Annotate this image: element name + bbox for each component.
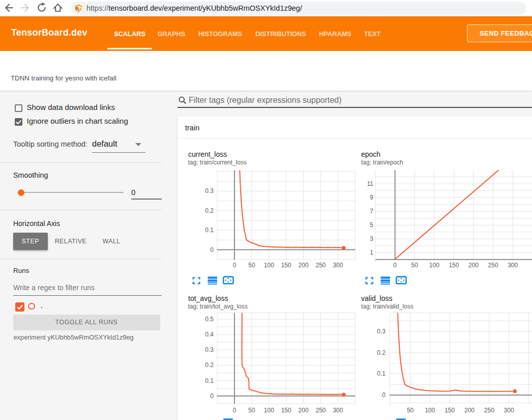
svg-text:100: 100 [264,262,274,269]
svg-text:50: 50 [248,262,255,269]
svg-text:5: 5 [370,221,373,229]
svg-text:250: 250 [484,407,494,414]
svg-text:0.1: 0.1 [205,227,214,234]
svg-text:50: 50 [248,407,255,414]
svg-text:300: 300 [333,262,343,269]
svg-text:150: 150 [449,262,459,269]
svg-text:0.2: 0.2 [205,207,214,214]
svg-text:200: 200 [299,407,309,414]
svg-text:50: 50 [407,407,414,414]
svg-text:300: 300 [333,407,343,414]
svg-text:0.3: 0.3 [205,187,214,194]
svg-text:0: 0 [210,246,214,254]
svg-text:3: 3 [370,235,373,242]
svg-text:0.2: 0.2 [205,361,214,369]
svg-text:100: 100 [425,407,435,414]
svg-text:0: 0 [210,393,214,400]
svg-text:100: 100 [429,262,439,269]
svg-text:7: 7 [370,208,373,215]
svg-text:0.3: 0.3 [205,346,214,353]
svg-text:0.5: 0.5 [205,316,214,323]
svg-text:150: 150 [445,407,455,414]
svg-text:250: 250 [315,407,326,414]
svg-text:150: 150 [281,407,291,414]
svg-text:200: 200 [464,407,475,414]
svg-text:0: 0 [393,262,397,269]
svg-text:0.1: 0.1 [377,370,386,377]
svg-text:150: 150 [281,262,291,269]
svg-text:250: 250 [488,262,498,269]
svg-text:0.4: 0.4 [205,331,214,338]
svg-text:300: 300 [504,407,514,414]
svg-text:300: 300 [508,262,518,269]
svg-text:0: 0 [233,407,237,414]
svg-text:0.1: 0.1 [205,377,214,384]
svg-text:200: 200 [299,262,309,269]
svg-text:200: 200 [468,262,479,269]
svg-text:1: 1 [370,249,373,256]
svg-text:50: 50 [411,262,419,269]
svg-text:0: 0 [233,262,237,269]
svg-text:0.2: 0.2 [377,349,386,356]
svg-text:0.3: 0.3 [377,328,386,335]
svg-text:9: 9 [370,194,373,201]
svg-text:250: 250 [315,262,326,269]
svg-text:11: 11 [367,180,374,187]
svg-text:100: 100 [264,407,274,414]
svg-text:0: 0 [382,391,386,399]
